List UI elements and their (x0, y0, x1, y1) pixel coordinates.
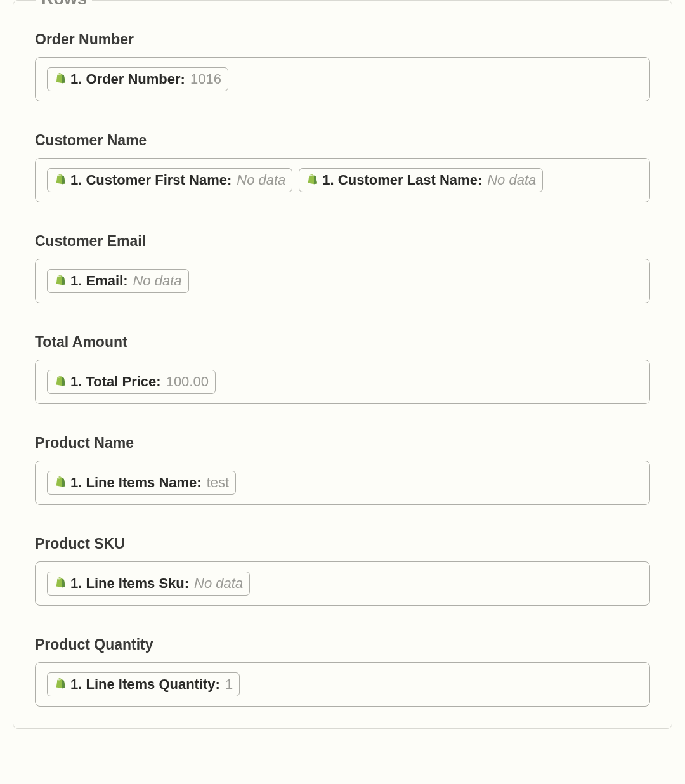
field-input-total-amount[interactable]: 1. Total Price: 100.00 (35, 360, 650, 404)
pill-name: 1. Line Items Quantity: (70, 676, 220, 693)
pill-line-items-name[interactable]: 1. Line Items Name: test (47, 471, 236, 495)
pill-order-number[interactable]: 1. Order Number: 1016 (47, 67, 228, 91)
pill-value: 1016 (190, 71, 221, 88)
field-label-product-sku: Product SKU (35, 535, 650, 552)
field-input-customer-email[interactable]: 1. Email: No data (35, 259, 650, 303)
shopify-icon (53, 476, 67, 490)
pill-name: 1. Customer Last Name: (322, 172, 482, 188)
shopify-icon (53, 677, 67, 691)
pill-customer-last-name[interactable]: 1. Customer Last Name: No data (299, 168, 543, 192)
field-group-product-name: Product Name 1. Line Items Name: test (35, 434, 650, 505)
field-input-product-quantity[interactable]: 1. Line Items Quantity: 1 (35, 662, 650, 707)
pill-value: 100.00 (166, 374, 209, 390)
field-label-order-number: Order Number (35, 31, 650, 48)
field-input-product-name[interactable]: 1. Line Items Name: test (35, 461, 650, 505)
pill-value: No data (487, 172, 536, 188)
rows-fieldset: Rows Order Number 1. Order Number: 1016 … (13, 0, 672, 729)
pill-value: 1 (225, 676, 233, 693)
pill-name: 1. Line Items Sku: (70, 575, 189, 592)
field-input-order-number[interactable]: 1. Order Number: 1016 (35, 57, 650, 101)
pill-value: test (207, 474, 229, 491)
pill-total-price[interactable]: 1. Total Price: 100.00 (47, 370, 216, 394)
pill-name: 1. Total Price: (70, 374, 161, 390)
pill-name: 1. Order Number: (70, 71, 185, 88)
pill-name: 1. Email: (70, 273, 127, 289)
pill-value: No data (133, 273, 181, 289)
shopify-icon (304, 173, 318, 187)
field-group-customer-email: Customer Email 1. Email: No data (35, 233, 650, 303)
field-group-total-amount: Total Amount 1. Total Price: 100.00 (35, 334, 650, 404)
field-label-customer-email: Customer Email (35, 233, 650, 250)
field-group-product-quantity: Product Quantity 1. Line Items Quantity:… (35, 636, 650, 707)
pill-line-items-sku[interactable]: 1. Line Items Sku: No data (47, 572, 250, 596)
pill-line-items-quantity[interactable]: 1. Line Items Quantity: 1 (47, 672, 240, 696)
field-group-order-number: Order Number 1. Order Number: 1016 (35, 31, 650, 101)
field-label-total-amount: Total Amount (35, 334, 650, 351)
field-label-product-quantity: Product Quantity (35, 636, 650, 653)
pill-customer-first-name[interactable]: 1. Customer First Name: No data (47, 168, 292, 192)
field-input-customer-name[interactable]: 1. Customer First Name: No data 1. Custo… (35, 158, 650, 202)
pill-email[interactable]: 1. Email: No data (47, 269, 189, 293)
field-label-customer-name: Customer Name (35, 132, 650, 149)
field-group-customer-name: Customer Name 1. Customer First Name: No… (35, 132, 650, 202)
pill-name: 1. Customer First Name: (70, 172, 232, 188)
shopify-icon (53, 173, 67, 187)
shopify-icon (53, 375, 67, 389)
field-group-product-sku: Product SKU 1. Line Items Sku: No data (35, 535, 650, 606)
shopify-icon (53, 72, 67, 86)
field-input-product-sku[interactable]: 1. Line Items Sku: No data (35, 561, 650, 606)
field-label-product-name: Product Name (35, 434, 650, 452)
pill-name: 1. Line Items Name: (70, 474, 202, 491)
shopify-icon (53, 577, 67, 591)
shopify-icon (53, 274, 67, 288)
pill-value: No data (237, 172, 285, 188)
pill-value: No data (194, 575, 243, 592)
fieldset-legend: Rows (36, 0, 92, 9)
